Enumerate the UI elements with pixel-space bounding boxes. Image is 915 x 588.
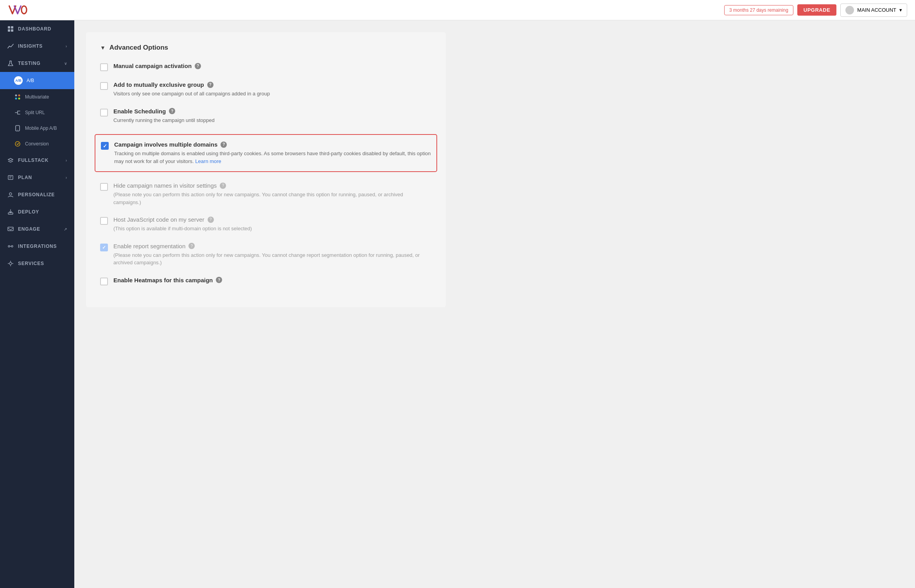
help-icon-multiple-domains[interactable]: ?: [221, 142, 227, 148]
external-link-icon: ↗: [64, 227, 67, 231]
svg-rect-1: [8, 26, 10, 29]
split-icon: [14, 109, 21, 116]
learn-more-link[interactable]: Learn more: [195, 158, 221, 164]
svg-rect-4: [11, 29, 13, 32]
services-icon: [7, 260, 14, 267]
mobile-icon: [14, 125, 21, 132]
help-icon-hide-campaign-names[interactable]: ?: [220, 183, 226, 189]
option-row-report-segmentation: ✓ Enable report segmentation ? (Please n…: [100, 243, 432, 267]
help-icon-heatmaps[interactable]: ?: [216, 277, 222, 283]
account-dropdown[interactable]: MAIN ACCOUNT ▾: [840, 4, 907, 17]
trial-badge: 3 months 27 days remaining: [724, 5, 793, 15]
checkbox-multiple-domains[interactable]: ✓: [101, 142, 109, 150]
option-content-multiple-domains: Campaign involves multiple domains ? Tra…: [114, 141, 431, 165]
svg-rect-2: [11, 26, 13, 29]
layers-icon: [7, 157, 14, 164]
sidebar-item-dashboard[interactable]: DASHBOARD: [0, 20, 74, 38]
option-content-heatmaps: Enable Heatmaps for this campaign ?: [113, 277, 222, 285]
option-desc-scheduling: Currently running the campaign until sto…: [113, 117, 215, 124]
checkbox-host-js[interactable]: [100, 217, 108, 225]
multi-icon: [14, 93, 21, 100]
option-content-manual-campaign: Manual campaign activation ?: [113, 63, 201, 71]
sidebar-item-personalize-label: PERSONALIZE: [18, 192, 55, 197]
sidebar-item-insights[interactable]: INSIGHTS ›: [0, 38, 74, 55]
sidebar-item-services[interactable]: SERVICES: [0, 255, 74, 272]
card-header: ▼ Advanced Options: [100, 44, 432, 52]
option-row-exclusive-group: Add to mutually exclusive group ? Visito…: [100, 81, 432, 98]
header-right: 3 months 27 days remaining UPGRADE MAIN …: [724, 4, 907, 17]
sidebar-item-dashboard-label: DASHBOARD: [18, 26, 51, 32]
option-desc-host-js: (This option is available if multi-domai…: [113, 225, 252, 233]
checkbox-manual-campaign[interactable]: [100, 63, 108, 71]
option-row-manual-campaign: Manual campaign activation ?: [100, 63, 432, 71]
sidebar-item-fullstack[interactable]: FULLSTACK ›: [0, 152, 74, 169]
option-title-report-segmentation: Enable report segmentation ?: [113, 243, 432, 249]
svg-point-6: [15, 95, 17, 97]
chevron-down-icon: ▾: [899, 7, 902, 13]
option-row-host-js: Host JavaScript code on my server ? (Thi…: [100, 216, 432, 233]
option-desc-hide-campaign-names: (Please note you can perform this action…: [113, 191, 432, 206]
sidebar-item-spliturl-label: Split URL: [25, 110, 45, 115]
main-content: ▼ Advanced Options Manual campaign activ…: [74, 20, 915, 588]
svg-point-19: [8, 246, 10, 247]
sidebar-item-fullstack-label: FULLSTACK: [18, 158, 48, 163]
help-icon-scheduling[interactable]: ?: [169, 108, 175, 114]
plan-icon: [7, 174, 14, 181]
svg-point-22: [9, 262, 12, 265]
option-title-heatmaps: Enable Heatmaps for this campaign ?: [113, 277, 222, 283]
sidebar-item-plan[interactable]: PLAN ›: [0, 169, 74, 186]
option-row-scheduling: Enable Scheduling ? Currently running th…: [100, 108, 432, 124]
sidebar-item-multivariate[interactable]: Multivariate: [0, 89, 74, 105]
svg-point-12: [15, 142, 20, 146]
checkbox-hide-campaign-names[interactable]: [100, 183, 108, 191]
checkmark-multiple-domains: ✓: [103, 143, 107, 149]
account-avatar: [845, 6, 854, 14]
account-label: MAIN ACCOUNT: [857, 7, 896, 13]
checkbox-exclusive-group[interactable]: [100, 82, 108, 90]
option-content-host-js: Host JavaScript code on my server ? (Thi…: [113, 216, 252, 233]
option-title-scheduling: Enable Scheduling ?: [113, 108, 215, 115]
sidebar-item-conversion[interactable]: Conversion: [0, 136, 74, 152]
engage-icon: [7, 226, 14, 233]
integrations-icon: [7, 243, 14, 250]
help-icon-manual-campaign[interactable]: ?: [195, 63, 201, 69]
option-title-manual-campaign: Manual campaign activation ?: [113, 63, 201, 69]
sidebar-item-deploy[interactable]: DEPLOY: [0, 203, 74, 220]
sidebar-item-testing-label: TESTING: [18, 61, 41, 66]
option-content-scheduling: Enable Scheduling ? Currently running th…: [113, 108, 215, 124]
sidebar-item-mobileapp-label: Mobile App A/B: [25, 125, 57, 131]
sidebar-item-engage-label: ENGAGE: [18, 226, 40, 232]
sidebar-item-spliturl[interactable]: Split URL: [0, 105, 74, 120]
checkbox-heatmaps[interactable]: [100, 278, 108, 285]
checkbox-scheduling[interactable]: [100, 109, 108, 117]
option-content-hide-campaign-names: Hide campaign names in visitor settings …: [113, 182, 432, 206]
sidebar-item-testing[interactable]: TESTING ∨: [0, 55, 74, 72]
help-icon-report-segmentation[interactable]: ?: [188, 243, 195, 249]
sidebar-item-conversion-label: Conversion: [25, 141, 49, 147]
help-icon-exclusive-group[interactable]: ?: [207, 82, 214, 88]
help-icon-host-js[interactable]: ?: [208, 217, 214, 223]
options-card: ▼ Advanced Options Manual campaign activ…: [86, 32, 446, 307]
conversion-icon: [14, 140, 21, 147]
sidebar-item-integrations-label: INTEGRATIONS: [18, 244, 57, 249]
sidebar-item-engage[interactable]: ENGAGE ↗: [0, 220, 74, 238]
option-content-report-segmentation: Enable report segmentation ? (Please not…: [113, 243, 432, 267]
sidebar-item-mobileapp[interactable]: Mobile App A/B: [0, 120, 74, 136]
upgrade-button[interactable]: UPGRADE: [797, 4, 837, 16]
sidebar-item-personalize[interactable]: PERSONALIZE: [0, 186, 74, 203]
svg-point-7: [18, 95, 20, 97]
checkbox-report-segmentation[interactable]: ✓: [100, 244, 108, 251]
sidebar-item-plan-label: PLAN: [18, 175, 32, 180]
collapse-arrow-icon[interactable]: ▼: [100, 45, 106, 51]
flask-icon: [7, 60, 14, 67]
sidebar-item-ab[interactable]: A/B A/B: [0, 72, 74, 89]
option-row-multiple-domains: ✓ Campaign involves multiple domains ? T…: [95, 134, 437, 172]
sidebar-item-insights-label: INSIGHTS: [18, 43, 43, 49]
ab-icon: A/B: [14, 76, 23, 85]
card-title: Advanced Options: [109, 44, 168, 52]
option-title-multiple-domains: Campaign involves multiple domains ?: [114, 141, 431, 148]
sidebar-item-multivariate-label: Multivariate: [25, 94, 49, 100]
sidebar-item-integrations[interactable]: INTEGRATIONS: [0, 238, 74, 255]
chevron-right-icon2: ›: [66, 158, 67, 163]
svg-point-0: [22, 6, 27, 14]
